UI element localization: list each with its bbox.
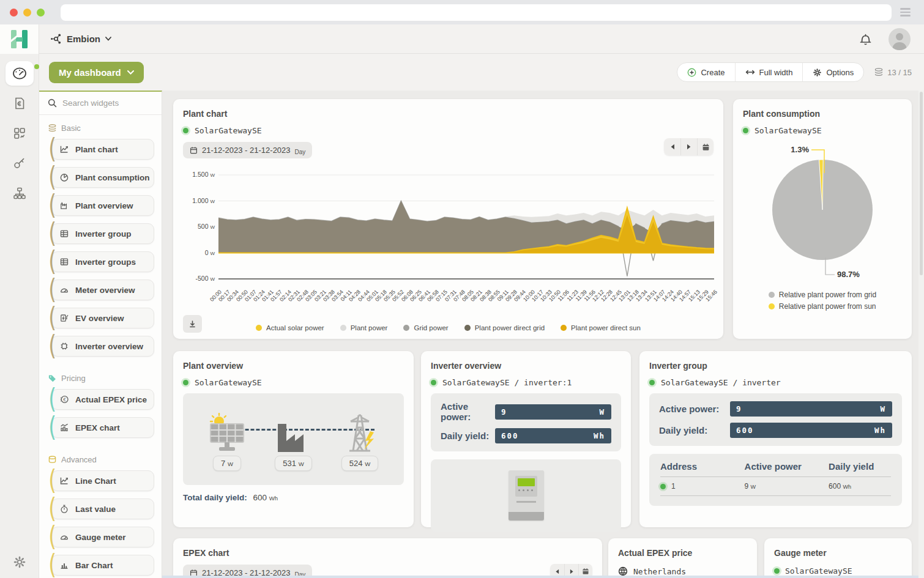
status-dot <box>183 128 188 133</box>
inverter-table: Address Active power Daily yield 1 9 W 6… <box>649 454 902 506</box>
date-range-label: 21-12-2023 - 21-12-2023 <box>202 146 291 155</box>
widget-item-line-chart[interactable]: ( Line Chart <box>51 470 154 491</box>
legend-relative-plant-power-from-sun[interactable]: Relative plant power from sun <box>769 302 876 311</box>
vertical-scrollbar[interactable] <box>918 91 924 578</box>
widget-item-plant-consumption[interactable]: ( Plant consumption <box>51 167 154 188</box>
table-row[interactable]: 1 9 W 600 Wh <box>660 477 891 496</box>
widget-item-gauge-meter[interactable]: ( Gauge meter <box>51 527 154 547</box>
widget-item-inverter-overview[interactable]: ( Inverter overview <box>51 336 154 357</box>
prev-period-button[interactable] <box>664 138 680 155</box>
circle-plus-icon <box>687 68 696 77</box>
y-tick-label: 0 W <box>183 249 215 256</box>
horizontal-scrollbar[interactable] <box>162 576 924 578</box>
y-tick-label: -500 W <box>183 275 215 282</box>
date-range-picker[interactable]: 21-12-2023 - 21-12-2023 Day <box>183 142 312 158</box>
y-tick-label: 1.000 W <box>183 197 215 204</box>
options-button[interactable]: Options <box>802 63 863 81</box>
legend-plant-power-direct-grid[interactable]: Plant power direct grid <box>464 324 545 332</box>
legend-actual-solar-power[interactable]: Actual solar power <box>256 324 324 332</box>
layers-icon <box>48 124 57 133</box>
plant-power-value: 531 W <box>275 456 311 471</box>
maximize-window-button[interactable] <box>37 9 45 17</box>
device-name: SolarGatewaySE <box>754 126 822 135</box>
device-name: SolarGatewaySE <box>195 126 262 135</box>
close-window-button[interactable] <box>10 9 18 17</box>
accent-bracket: ( <box>48 219 56 247</box>
legend-grid-power[interactable]: Grid power <box>403 324 448 332</box>
section-label: Pricing <box>61 374 86 383</box>
stopwatch-icon <box>59 504 69 514</box>
grid-percentage-label: 98.7% <box>837 270 860 279</box>
widget-item-plant-chart[interactable]: ( Plant chart <box>51 139 154 160</box>
nav-widgets[interactable] <box>6 121 34 146</box>
sidebar-section-basic: Basic ( Plant chart ( Plant consumption … <box>39 115 162 365</box>
widget-item-ev-overview[interactable]: ( EV overview <box>51 308 154 328</box>
pie-chart-icon <box>59 172 69 182</box>
ev-charger-icon <box>59 313 69 323</box>
plant-node: 531 W <box>263 404 324 471</box>
factory-icon <box>59 201 69 210</box>
app-logo[interactable] <box>0 24 39 54</box>
plant-consumption-widget: Plant consumption SolarGatewaySE 1.3%98.… <box>733 99 912 339</box>
nav-reports[interactable] <box>6 91 34 116</box>
nav-dashboards[interactable] <box>6 61 34 86</box>
full-width-button[interactable]: Full width <box>735 63 803 81</box>
status-dot <box>649 380 655 385</box>
widget-item-epex-chart[interactable]: ( EPEX chart <box>51 417 154 438</box>
search-input[interactable] <box>62 98 148 108</box>
search-icon <box>48 98 57 108</box>
accent-bracket: ( <box>48 385 56 413</box>
org-switcher[interactable]: Embion <box>50 33 111 45</box>
chip-icon <box>59 341 69 351</box>
group-values-panel: Active power: 9W Daily yield: 600Wh <box>649 393 902 446</box>
widget-item-plant-overview[interactable]: ( Plant overview <box>51 195 154 216</box>
grid-power-value: 524 W <box>341 456 378 471</box>
widget-item-meter-overview[interactable]: ( Meter overview <box>51 280 154 300</box>
widget-count-label: 13 / 15 <box>887 68 912 77</box>
url-bar[interactable] <box>61 4 892 21</box>
user-avatar[interactable] <box>889 28 911 50</box>
widget-item-inverter-groups[interactable]: ( Inverter groups <box>51 251 154 272</box>
widget-item-bar-chart[interactable]: ( Bar Chart <box>51 555 154 576</box>
widget-item-actual-epex-price[interactable]: ( € Actual EPEX price <box>51 389 154 410</box>
table-icon <box>59 229 69 239</box>
widget-count: 13 / 15 <box>874 67 912 77</box>
minimize-window-button[interactable] <box>23 9 31 17</box>
nav-settings[interactable] <box>0 555 39 569</box>
solar-power-value: 7 W <box>213 456 241 471</box>
col-active-power: Active power <box>745 461 829 472</box>
calendar-icon <box>702 143 710 151</box>
device-name: SolarGatewaySE <box>195 378 262 387</box>
chevron-right-icon <box>570 569 574 574</box>
create-button[interactable]: Create <box>677 63 734 81</box>
notifications-bell-icon[interactable] <box>859 32 873 46</box>
inverter-overview-widget: Inverter overview SolarGatewaySE / inver… <box>421 351 631 527</box>
browser-chrome <box>0 0 924 24</box>
widget-item-last-value[interactable]: ( Last value <box>51 498 154 519</box>
legend-plant-power-direct-sun[interactable]: Plant power direct sun <box>561 324 641 332</box>
accent-bracket: ( <box>48 191 56 219</box>
chart-legend: Actual solar power Plant power Grid powe… <box>173 324 723 332</box>
consumption-pie-chart[interactable]: 1.3%98.7% <box>743 136 902 291</box>
x-axis: 00:0000:1700:3400:5001:0701:2401:4101:57… <box>218 286 714 317</box>
status-dot <box>774 568 780 574</box>
gear-icon <box>12 555 27 569</box>
legend-relative-plant-power-from-grid[interactable]: Relative plant power from grid <box>769 291 876 299</box>
calendar-button[interactable] <box>697 138 713 155</box>
full-width-arrows-icon <box>745 69 755 76</box>
accent-bracket: ( <box>48 332 56 360</box>
accent-bracket: ( <box>48 163 56 191</box>
time-series-chart[interactable] <box>218 171 714 285</box>
widget-title: Actual EPEX price <box>618 548 747 558</box>
next-period-button[interactable] <box>680 138 697 155</box>
nav-access-keys[interactable] <box>6 151 34 176</box>
dashboard-selector-button[interactable]: My dashboard <box>49 62 144 83</box>
chevron-left-icon <box>670 144 675 150</box>
legend-plant-power[interactable]: Plant power <box>340 324 388 332</box>
section-label: Basic <box>61 124 81 133</box>
sidebar-section-advanced: Advanced ( Line Chart ( Last value ( <box>39 446 162 578</box>
nav-topology[interactable] <box>6 181 34 206</box>
plant-overview-widget: Plant overview SolarGatewaySE <box>173 351 414 527</box>
widget-item-inverter-group[interactable]: ( Inverter group <box>51 223 154 244</box>
browser-menu-icon[interactable] <box>900 8 911 17</box>
